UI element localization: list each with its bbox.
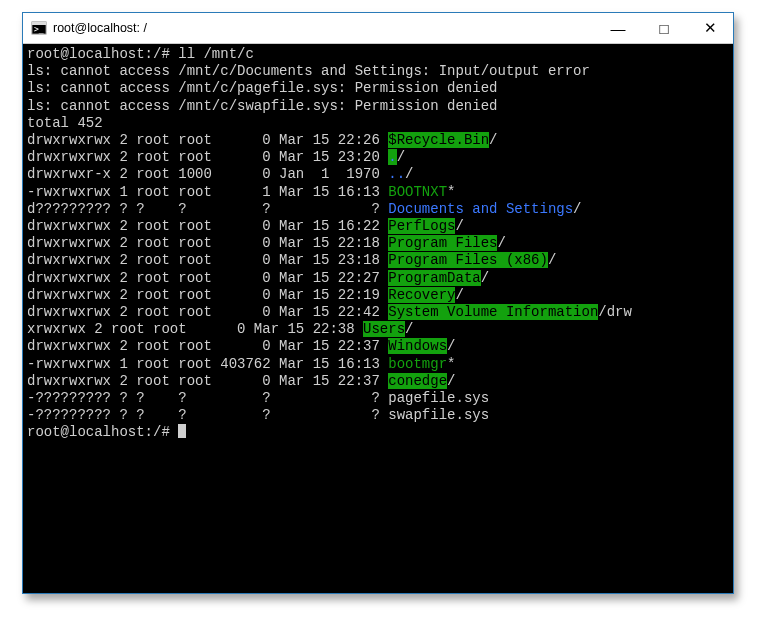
maximize-button[interactable]: □ — [641, 13, 687, 43]
close-button[interactable]: ✕ — [687, 13, 733, 43]
window-controls: — □ ✕ — [595, 13, 733, 43]
window-title: root@localhost: / — [53, 21, 595, 35]
svg-text:>_: >_ — [34, 25, 44, 34]
terminal-output[interactable]: root@localhost:/# ll /mnt/c ls: cannot a… — [23, 44, 733, 593]
app-icon: >_ — [31, 20, 47, 36]
cursor — [178, 424, 186, 438]
titlebar[interactable]: >_ root@localhost: / — □ ✕ — [23, 13, 733, 44]
terminal-window: >_ root@localhost: / — □ ✕ root@localhos… — [22, 12, 734, 594]
minimize-button[interactable]: — — [595, 13, 641, 43]
